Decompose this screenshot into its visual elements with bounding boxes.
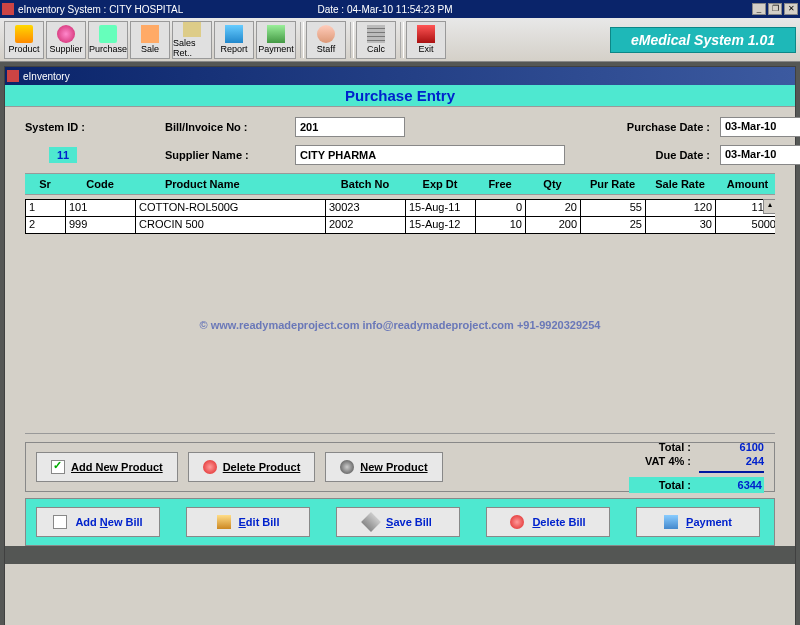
edit-icon (217, 515, 231, 529)
payment-icon (267, 25, 285, 43)
report-icon (225, 25, 243, 43)
toolbar-product[interactable]: Product (4, 21, 44, 59)
app-datetime: Date : 04-Mar-10 11:54:23 PM (311, 4, 458, 15)
toolbar-separator (300, 22, 304, 58)
main-toolbar: Product Supplier Purchase Sale Sales Ret… (0, 18, 800, 62)
purchase-date-combo[interactable]: 03-Mar-10 ▼ (720, 117, 800, 137)
toolbar-separator (400, 22, 404, 58)
exit-icon (417, 25, 435, 43)
toolbar-exit[interactable]: Exit (406, 21, 446, 59)
close-button[interactable]: ✕ (784, 3, 798, 15)
delete-icon (203, 460, 217, 474)
bill-no-label: Bill/Invoice No : (165, 121, 295, 133)
child-window-icon (7, 70, 19, 82)
due-date-combo[interactable]: 03-Mar-10 ▼ (720, 145, 800, 165)
supplier-name-label: Supplier Name : (165, 149, 295, 161)
product-button-row: Add New Product Delete Product New Produ… (25, 442, 775, 492)
col-product-name: Product Name (135, 178, 325, 190)
col-free: Free (475, 178, 525, 190)
grand-total-value: 6344 (699, 477, 764, 493)
app-title: eInventory System : CITY HOSPITAL (18, 4, 311, 15)
col-exp: Exp Dt (405, 178, 475, 190)
app-icon (2, 3, 14, 15)
due-date-label: Due Date : (585, 149, 720, 161)
total-value: 6100 (699, 441, 764, 453)
purchase-date-label: Purchase Date : (585, 121, 720, 133)
col-code: Code (65, 178, 135, 190)
payment-icon (664, 515, 678, 529)
save-icon (361, 512, 381, 532)
system-id-value: 11 (49, 147, 77, 163)
watermark: © www.readymadeproject.com info@readymad… (25, 319, 775, 331)
toolbar-payment[interactable]: Payment (256, 21, 296, 59)
product-icon (15, 25, 33, 43)
add-new-bill-button[interactable]: Add New Bill (36, 507, 160, 537)
delete-product-button[interactable]: Delete Product (188, 452, 316, 482)
add-new-product-button[interactable]: Add New Product (36, 452, 178, 482)
delete-bill-button[interactable]: Delete Bill (486, 507, 610, 537)
table-row[interactable]: 1 101 COTTON-ROL500G 30023 15-Aug-11 0 2… (25, 199, 775, 217)
toolbar-separator (350, 22, 354, 58)
minimize-button[interactable]: _ (752, 3, 766, 15)
save-bill-button[interactable]: Save Bill (336, 507, 460, 537)
new-file-icon (53, 515, 67, 529)
entry-form: System ID : Bill/Invoice No : Purchase D… (5, 107, 795, 173)
col-pur-rate: Pur Rate (580, 178, 645, 190)
app-titlebar: eInventory System : CITY HOSPITAL Date :… (0, 0, 800, 18)
supplier-name-input[interactable] (295, 145, 565, 165)
grand-total-label: Total : (629, 477, 699, 493)
table-row[interactable]: 2 999 CROCIN 500 2002 15-Aug-12 10 200 2… (25, 216, 775, 234)
purchase-entry-window: eInventory Purchase Entry System ID : Bi… (4, 66, 796, 625)
check-icon (51, 460, 65, 474)
col-sale-rate: Sale Rate (645, 178, 715, 190)
vat-label: VAT 4% : (629, 455, 699, 467)
supplier-icon (57, 25, 75, 43)
sale-icon (141, 25, 159, 43)
total-label: Total : (629, 441, 699, 453)
payment-button[interactable]: Payment (636, 507, 760, 537)
child-window-title: eInventory (23, 71, 70, 82)
toolbar-report[interactable]: Report (214, 21, 254, 59)
grid-header: Sr Code Product Name Batch No Exp Dt Fre… (25, 173, 775, 195)
bottom-strip (5, 546, 795, 564)
grid-body: 1 101 COTTON-ROL500G 30023 15-Aug-11 0 2… (25, 199, 775, 434)
binoculars-icon (340, 460, 354, 474)
purchase-date-value: 03-Mar-10 (721, 118, 800, 136)
system-name-banner: eMedical System 1.01 (610, 27, 796, 53)
main-button-row: Add New Bill Edit Bill Save Bill Delete … (25, 498, 775, 546)
staff-icon (317, 25, 335, 43)
toolbar-calc[interactable]: Calc (356, 21, 396, 59)
col-batch: Batch No (325, 178, 405, 190)
grid-scroll-up[interactable]: ▴ (763, 199, 775, 214)
child-window-titlebar: eInventory (5, 67, 795, 85)
due-date-value: 03-Mar-10 (721, 146, 800, 164)
toolbar-sales-return[interactable]: Sales Ret.. (172, 21, 212, 59)
page-heading: Purchase Entry (5, 85, 795, 107)
col-amount: Amount (715, 178, 780, 190)
trash-icon (510, 515, 524, 529)
new-product-button[interactable]: New Product (325, 452, 442, 482)
toolbar-supplier[interactable]: Supplier (46, 21, 86, 59)
col-qty: Qty (525, 178, 580, 190)
toolbar-sale[interactable]: Sale (130, 21, 170, 59)
edit-bill-button[interactable]: Edit Bill (186, 507, 310, 537)
toolbar-purchase[interactable]: Purchase (88, 21, 128, 59)
purchase-icon (99, 25, 117, 43)
system-id-label: System ID : (25, 121, 165, 133)
mdi-workspace: eInventory Purchase Entry System ID : Bi… (0, 62, 800, 625)
salesret-icon (183, 22, 201, 37)
restore-button[interactable]: ❐ (768, 3, 782, 15)
totals-block: Total : 6100 VAT 4% : 244 Total : 6344 (629, 441, 764, 493)
calc-icon (367, 25, 385, 43)
toolbar-staff[interactable]: Staff (306, 21, 346, 59)
vat-value: 244 (699, 455, 764, 467)
bill-no-input[interactable] (295, 117, 405, 137)
col-sr: Sr (25, 178, 65, 190)
